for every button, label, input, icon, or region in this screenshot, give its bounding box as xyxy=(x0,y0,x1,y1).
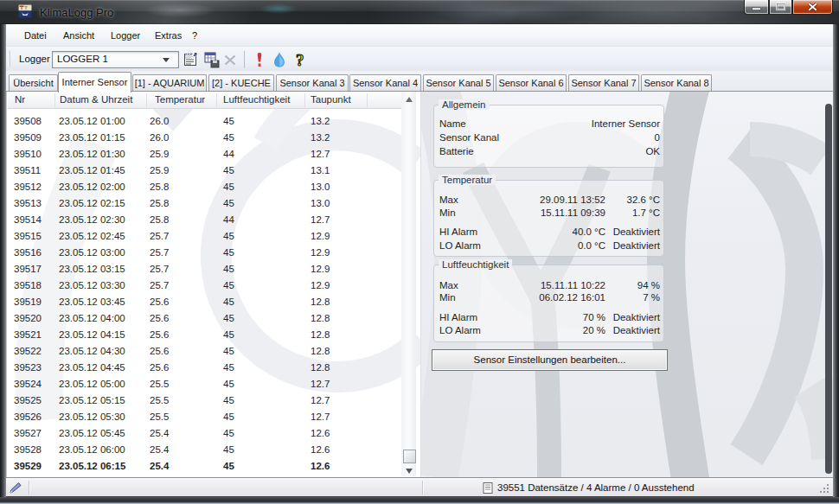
svg-text:?: ? xyxy=(296,51,304,68)
